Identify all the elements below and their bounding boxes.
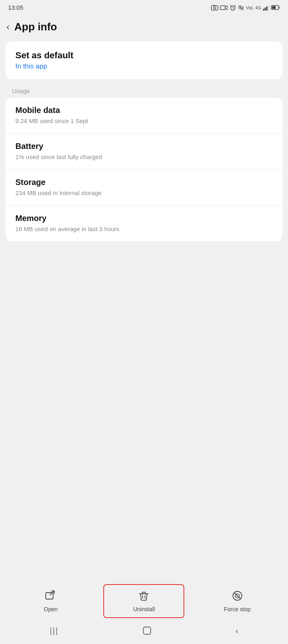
battery-icon bbox=[271, 5, 280, 10]
force-stop-button[interactable]: Force stop bbox=[197, 585, 278, 617]
page-title: App info bbox=[14, 21, 57, 33]
status-time: 13:05 bbox=[8, 4, 23, 11]
svg-rect-11 bbox=[279, 6, 279, 9]
force-stop-label: Force stop bbox=[224, 606, 251, 612]
home-nav-icon[interactable] bbox=[142, 625, 152, 636]
app-info-header: ‹ App info bbox=[0, 13, 288, 39]
storage-title: Storage bbox=[15, 178, 273, 187]
status-bar: 13:05 VoL 4G bbox=[0, 0, 288, 13]
uninstall-button[interactable]: Uninstall bbox=[103, 584, 184, 618]
battery-item[interactable]: Battery 1% used since last fully charged bbox=[6, 134, 282, 170]
memory-item[interactable]: Memory 16 MB used on average in last 3 h… bbox=[6, 206, 282, 241]
nav-bar: ||| ‹ bbox=[0, 621, 288, 644]
usage-section-label: Usage bbox=[0, 82, 288, 98]
svg-rect-13 bbox=[46, 593, 53, 599]
usage-card: Mobile data 9.24 MB used since 1 Sept Ba… bbox=[6, 98, 282, 241]
alarm-icon bbox=[230, 4, 236, 11]
lte-text: 4G bbox=[255, 5, 261, 10]
mobile-data-title: Mobile data bbox=[15, 106, 273, 115]
uninstall-label: Uninstall bbox=[133, 606, 155, 612]
open-icon bbox=[45, 590, 57, 604]
svg-rect-19 bbox=[143, 627, 151, 634]
signal-icon bbox=[263, 5, 269, 11]
svg-point-1 bbox=[214, 6, 216, 9]
bottom-action-bar: Open Uninstall bbox=[0, 576, 288, 644]
svg-rect-9 bbox=[268, 5, 269, 11]
mobile-data-item[interactable]: Mobile data 9.24 MB used since 1 Sept bbox=[6, 98, 282, 134]
svg-rect-2 bbox=[213, 5, 215, 6]
battery-desc: 1% used since last fully charged bbox=[15, 153, 273, 161]
photo-icon bbox=[211, 4, 218, 11]
recents-nav-icon[interactable]: ||| bbox=[50, 626, 59, 635]
set-default-card[interactable]: Set as default In this app bbox=[6, 41, 282, 79]
mute-icon bbox=[238, 4, 244, 11]
memory-title: Memory bbox=[15, 214, 273, 223]
set-default-title: Set as default bbox=[15, 50, 273, 61]
svg-rect-8 bbox=[266, 6, 267, 11]
back-nav-icon[interactable]: ‹ bbox=[236, 626, 239, 635]
svg-rect-3 bbox=[220, 6, 225, 10]
volte-text: VoL bbox=[246, 5, 254, 10]
back-button[interactable]: ‹ bbox=[6, 22, 9, 32]
open-label: Open bbox=[44, 606, 58, 612]
status-icons: VoL 4G bbox=[211, 4, 280, 11]
storage-desc: 234 MB used in Internal storage bbox=[15, 189, 273, 197]
action-buttons-row: Open Uninstall bbox=[0, 580, 288, 621]
set-default-subtitle[interactable]: In this app bbox=[15, 62, 273, 70]
mobile-data-desc: 9.24 MB used since 1 Sept bbox=[15, 117, 273, 125]
open-button[interactable]: Open bbox=[10, 585, 91, 617]
video-icon bbox=[220, 5, 228, 11]
storage-item[interactable]: Storage 234 MB used in Internal storage bbox=[6, 170, 282, 206]
svg-rect-7 bbox=[265, 8, 266, 11]
memory-desc: 16 MB used on average in last 3 hours bbox=[15, 225, 273, 233]
svg-rect-0 bbox=[211, 6, 218, 10]
force-stop-icon bbox=[231, 590, 243, 604]
battery-title: Battery bbox=[15, 142, 273, 151]
svg-rect-12 bbox=[272, 6, 276, 9]
uninstall-icon bbox=[138, 590, 150, 604]
svg-rect-6 bbox=[263, 9, 264, 11]
